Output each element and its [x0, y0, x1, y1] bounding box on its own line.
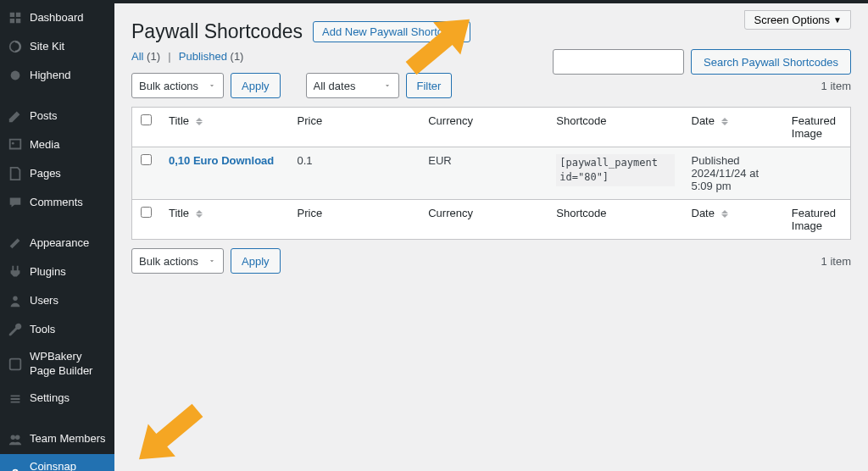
- row-featured-image: [783, 147, 851, 200]
- sidebar-item-coinsnap-paywall[interactable]: Coinsnap Paywall: [0, 454, 114, 471]
- screen-options-label: Screen Options: [754, 14, 830, 26]
- sidebar-item-label: Plugins: [30, 265, 108, 280]
- bulk-actions-select-bottom[interactable]: Bulk actions: [131, 248, 224, 274]
- users-icon: [7, 292, 24, 309]
- menu-separator: [0, 90, 114, 102]
- add-new-button[interactable]: Add New Paywall Shortcode: [313, 21, 470, 42]
- sitekit-icon: [7, 38, 24, 55]
- column-featured-image: Featured Image: [783, 108, 851, 147]
- svg-point-5: [11, 435, 15, 439]
- sidebar-item-label: WPBakery Page Builder: [30, 350, 108, 379]
- column-price-foot: Price: [289, 200, 420, 240]
- tablenav-bottom: Bulk actions Apply 1 item: [131, 248, 851, 274]
- filter-button[interactable]: Filter: [406, 73, 453, 98]
- pages-icon: [7, 165, 24, 182]
- sidebar-item-label: Site Kit: [30, 40, 108, 54]
- row-title-link[interactable]: 0,10 Euro Download: [169, 154, 274, 167]
- sidebar-item-users[interactable]: Users: [0, 286, 114, 315]
- row-currency: EUR: [420, 147, 548, 200]
- sidebar-item-label: Coinsnap Paywall: [30, 460, 97, 471]
- highend-icon: [7, 67, 24, 84]
- wpbakery-icon: [7, 356, 24, 373]
- search-button[interactable]: Search Paywall Shortcodes: [691, 49, 851, 75]
- column-shortcode: Shortcode: [548, 108, 682, 147]
- column-currency-foot: Currency: [420, 200, 548, 240]
- sidebar-item-appearance[interactable]: Appearance: [0, 229, 114, 258]
- sidebar-item-highend[interactable]: Highend: [0, 61, 114, 90]
- row-checkbox[interactable]: [141, 154, 152, 165]
- sidebar-item-pages[interactable]: Pages: [0, 159, 114, 188]
- sidebar-item-plugins[interactable]: Plugins: [0, 258, 114, 286]
- row-date: Published 2024/11/24 at 5:09 pm: [683, 147, 783, 200]
- lock-icon: [7, 466, 24, 471]
- media-icon: [7, 136, 24, 153]
- sidebar-item-label: Tools: [30, 323, 108, 337]
- apply-bulk-button-bottom[interactable]: Apply: [231, 248, 281, 274]
- posts-icon: [7, 108, 24, 125]
- sidebar-item-comments[interactable]: Comments: [0, 188, 114, 217]
- svg-point-6: [15, 435, 19, 439]
- column-currency: Currency: [420, 108, 548, 147]
- sidebar-item-label: Posts: [30, 109, 108, 124]
- filter-all-count: (1): [147, 50, 160, 63]
- sidebar-item-sitekit[interactable]: Site Kit: [0, 32, 114, 61]
- sidebar-item-dashboard[interactable]: Dashboard: [0, 3, 114, 32]
- select-all-bottom-checkbox[interactable]: [141, 207, 152, 218]
- search-input[interactable]: [553, 49, 684, 75]
- items-count-top: 1 item: [821, 80, 851, 92]
- appearance-icon: [7, 235, 24, 252]
- sidebar-item-label: Appearance: [30, 236, 108, 251]
- sidebar-item-posts[interactable]: Posts: [0, 102, 114, 130]
- svg-rect-4: [10, 359, 21, 370]
- column-title[interactable]: Title: [160, 108, 289, 147]
- shortcodes-table: Title Price Currency Shortcode Date Feat…: [131, 107, 851, 240]
- separator: |: [164, 50, 176, 63]
- screen-options-toggle[interactable]: Screen Options ▼: [744, 10, 851, 30]
- team-icon: [7, 431, 24, 448]
- tablenav-top: Bulk actions Apply All dates Filter 1 it…: [131, 73, 851, 98]
- column-date[interactable]: Date: [683, 108, 783, 147]
- sidebar-item-tools[interactable]: Tools: [0, 315, 114, 344]
- sidebar-item-label: Media: [30, 138, 108, 152]
- sidebar-item-label: Settings: [30, 391, 108, 406]
- sidebar-item-label: Comments: [30, 196, 108, 210]
- filter-published-link[interactable]: Published: [179, 50, 227, 63]
- filter-published-count: (1): [231, 50, 244, 63]
- page-title: Paywall Shortcodes: [131, 20, 303, 43]
- page-header: Paywall Shortcodes Add New Paywall Short…: [131, 20, 851, 43]
- bulk-actions-select[interactable]: Bulk actions: [131, 73, 224, 98]
- sort-icon: [721, 210, 728, 218]
- row-shortcode: [paywall_payment id="80"]: [556, 154, 674, 186]
- sort-icon: [196, 210, 203, 218]
- comments-icon: [7, 194, 24, 211]
- svg-point-2: [12, 142, 14, 145]
- items-count-bottom: 1 item: [821, 255, 851, 268]
- sidebar-item-teammembers[interactable]: Team Members: [0, 425, 114, 454]
- filter-all-link[interactable]: All: [131, 50, 143, 63]
- chevron-down-icon: ▼: [833, 15, 842, 25]
- sidebar-item-label: Dashboard: [30, 11, 108, 25]
- column-date-foot[interactable]: Date: [683, 200, 783, 240]
- select-all-top-checkbox[interactable]: [141, 114, 152, 125]
- date-filter-select[interactable]: All dates: [306, 73, 399, 98]
- sidebar-item-wpbakery[interactable]: WPBakery Page Builder: [0, 344, 114, 385]
- sidebar-item-media[interactable]: Media: [0, 130, 114, 159]
- column-shortcode-foot: Shortcode: [548, 200, 682, 240]
- apply-bulk-button[interactable]: Apply: [231, 73, 281, 98]
- svg-point-1: [11, 71, 20, 80]
- search-row: Search Paywall Shortcodes: [553, 49, 851, 75]
- main-content: Screen Options ▼ Paywall Shortcodes Add …: [114, 3, 868, 471]
- admin-sidebar: Dashboard Site Kit Highend Posts Media P…: [0, 3, 114, 471]
- sidebar-item-label: Users: [30, 294, 108, 308]
- sidebar-item-label: Pages: [30, 167, 108, 181]
- column-price: Price: [289, 108, 420, 147]
- row-price: 0.1: [289, 147, 420, 200]
- column-featured-image-foot: Featured Image: [783, 200, 851, 240]
- menu-separator: [0, 217, 114, 229]
- settings-icon: [7, 391, 24, 407]
- menu-separator: [0, 413, 114, 425]
- plugins-icon: [7, 263, 24, 280]
- column-title-foot[interactable]: Title: [160, 200, 289, 240]
- dashboard-icon: [7, 9, 24, 26]
- sidebar-item-settings[interactable]: Settings: [0, 385, 114, 413]
